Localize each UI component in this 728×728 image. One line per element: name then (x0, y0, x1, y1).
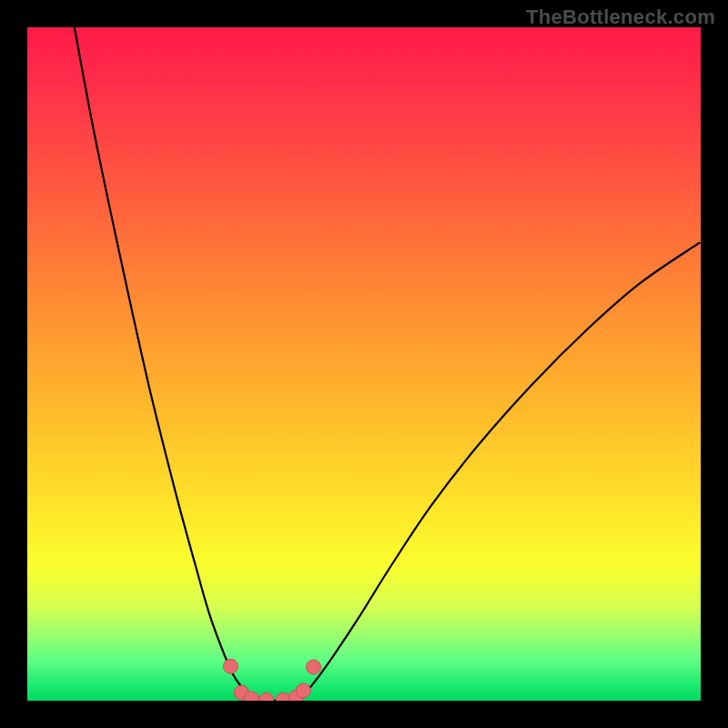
curve-marker (223, 659, 238, 673)
plot-area (27, 27, 701, 701)
bottleneck-curve (75, 27, 700, 701)
curve-markers (223, 659, 320, 701)
curve-marker (307, 660, 321, 674)
curve-svg (27, 27, 701, 701)
curve-marker (259, 693, 274, 701)
curve-marker (296, 683, 310, 698)
chart-frame: TheBottleneck.com (0, 0, 728, 728)
watermark-text: TheBottleneck.com (526, 5, 715, 29)
